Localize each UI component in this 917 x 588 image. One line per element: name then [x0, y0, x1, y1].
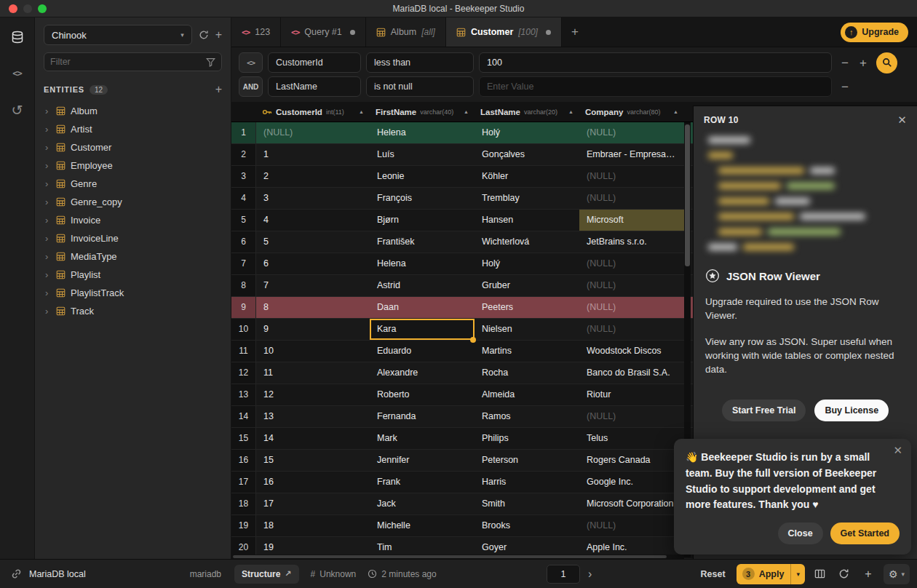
sidebar-table-album[interactable]: › Album: [44, 102, 222, 120]
settings-button[interactable]: ⚙ ▾: [884, 564, 910, 584]
row-number[interactable]: 10: [231, 319, 256, 340]
table-cell[interactable]: Microsoft Corporation: [579, 493, 684, 514]
next-page-button[interactable]: ›: [588, 568, 592, 581]
buy-license-button[interactable]: Buy License: [814, 400, 889, 421]
table-cell[interactable]: Mark: [370, 428, 475, 449]
get-started-button[interactable]: Get Started: [830, 523, 900, 544]
close-icon[interactable]: ✕: [893, 445, 902, 456]
table-cell[interactable]: 3: [256, 188, 370, 209]
tab-album[interactable]: Album [all]: [366, 17, 446, 47]
table-cell[interactable]: Frank: [370, 472, 475, 493]
row-number[interactable]: 8: [231, 275, 256, 296]
column-header-company[interactable]: Company varchar(80) ▲: [579, 102, 684, 122]
table-cell[interactable]: Martins: [475, 341, 579, 362]
table-cell[interactable]: François: [370, 188, 475, 209]
row-number[interactable]: 11: [231, 341, 256, 362]
tab-123[interactable]: <> 123: [231, 17, 281, 47]
row-number[interactable]: 6: [231, 231, 256, 253]
row-number[interactable]: 17: [231, 472, 256, 493]
chevron-right-icon[interactable]: ›: [45, 106, 51, 116]
entity-filter-input[interactable]: [50, 57, 206, 67]
table-cell[interactable]: Brooks: [475, 515, 579, 536]
refresh-entities-button[interactable]: [199, 30, 209, 40]
table-cell[interactable]: 9: [256, 319, 370, 340]
tab-customer[interactable]: Customer [100]: [446, 17, 562, 47]
row-number[interactable]: 1: [231, 122, 256, 143]
table-cell[interactable]: Eduardo: [370, 341, 475, 362]
new-tab-button[interactable]: +: [562, 17, 588, 47]
row-number[interactable]: 16: [231, 450, 256, 471]
row-number[interactable]: 19: [231, 515, 256, 536]
sidebar-table-invoiceline[interactable]: › InvoiceLine: [44, 229, 222, 247]
row-number[interactable]: 13: [231, 384, 256, 405]
toast-close-button[interactable]: Close: [778, 523, 823, 544]
table-cell[interactable]: (NULL): [579, 122, 684, 143]
column-header-lastname[interactable]: LastName varchar(20) ▲: [475, 102, 579, 122]
chevron-right-icon[interactable]: ›: [45, 251, 51, 262]
queries-nav-button[interactable]: <>: [7, 64, 28, 83]
row-number[interactable]: 2: [231, 144, 256, 165]
apply-filter-button[interactable]: [876, 52, 897, 74]
scrollbar-thumb[interactable]: [685, 124, 690, 266]
table-cell[interactable]: Riotur: [579, 384, 684, 405]
table-cell[interactable]: Astrid: [370, 275, 475, 296]
history-nav-button[interactable]: ↺: [7, 100, 28, 119]
table-cell[interactable]: Gonçalves: [475, 144, 579, 165]
table-cell[interactable]: Holý: [475, 253, 579, 274]
table-cell[interactable]: Bjørn: [370, 210, 475, 231]
filter-operator-select[interactable]: less than: [366, 52, 474, 73]
row-number[interactable]: 7: [231, 253, 256, 274]
column-menu-icon[interactable]: ▲: [568, 109, 573, 114]
row-number[interactable]: 9: [231, 297, 256, 318]
sidebar-table-genre[interactable]: › Genre: [44, 175, 222, 193]
table-cell[interactable]: (NULL): [579, 319, 684, 340]
close-icon[interactable]: ✕: [897, 114, 907, 125]
chevron-right-icon[interactable]: ›: [45, 233, 51, 244]
table-cell[interactable]: Peterson: [475, 450, 579, 471]
table-cell[interactable]: (NULL): [579, 297, 684, 318]
table-cell[interactable]: (NULL): [579, 406, 684, 427]
table-cell[interactable]: Wichterlová: [475, 231, 579, 253]
sidebar-table-artist[interactable]: › Artist: [44, 120, 222, 138]
reset-button[interactable]: Reset: [696, 569, 730, 579]
filter-field-select[interactable]: LastName: [268, 76, 361, 97]
add-filter-button[interactable]: +: [858, 57, 868, 69]
table-cell[interactable]: Microsoft: [579, 210, 684, 231]
table-cell[interactable]: Woodstock Discos: [579, 341, 684, 362]
filter-value-input[interactable]: [479, 76, 832, 97]
last-refresh-status[interactable]: 2 minutes ago: [368, 569, 436, 579]
chevron-right-icon[interactable]: ›: [45, 160, 51, 171]
table-cell[interactable]: Fernanda: [370, 406, 475, 427]
table-cell[interactable]: Banco do Brasil S.A.: [579, 362, 684, 384]
chevron-right-icon[interactable]: ›: [45, 178, 51, 189]
sidebar-table-employee[interactable]: › Employee: [44, 156, 222, 175]
refresh-table-button[interactable]: [835, 568, 853, 579]
table-cell[interactable]: 2: [256, 166, 370, 187]
structure-button[interactable]: Structure ↗: [234, 565, 299, 584]
table-cell[interactable]: Michelle: [370, 515, 475, 536]
page-number-input[interactable]: 1: [547, 565, 580, 584]
column-header-customerid[interactable]: CustomerId int(11) ▲: [256, 102, 370, 122]
table-cell[interactable]: 13: [256, 406, 370, 427]
table-cell[interactable]: Alexandre: [370, 362, 475, 384]
column-menu-icon[interactable]: ▲: [673, 109, 678, 114]
row-number[interactable]: 3: [231, 166, 256, 187]
table-cell[interactable]: Daan: [370, 297, 475, 318]
table-cell[interactable]: 10: [256, 341, 370, 362]
row-number[interactable]: 15: [231, 428, 256, 449]
sidebar-table-track[interactable]: › Track: [44, 302, 222, 320]
table-cell[interactable]: 8: [256, 297, 370, 318]
filter-value-input[interactable]: [479, 52, 832, 73]
table-cell[interactable]: Tremblay: [475, 188, 579, 209]
column-menu-icon[interactable]: ▲: [464, 109, 469, 114]
sql-filter-toggle-button[interactable]: <>: [239, 52, 263, 73]
chevron-right-icon[interactable]: ›: [45, 269, 51, 280]
table-cell[interactable]: 5: [256, 231, 370, 253]
table-cell[interactable]: Ramos: [475, 406, 579, 427]
chevron-right-icon[interactable]: ›: [45, 124, 51, 135]
table-cell[interactable]: 7: [256, 275, 370, 296]
zoom-window-button[interactable]: [38, 4, 47, 13]
add-row-button[interactable]: +: [860, 568, 877, 581]
table-cell[interactable]: Embraer - Empresa B...: [579, 144, 684, 165]
tables-nav-button[interactable]: [7, 28, 28, 47]
